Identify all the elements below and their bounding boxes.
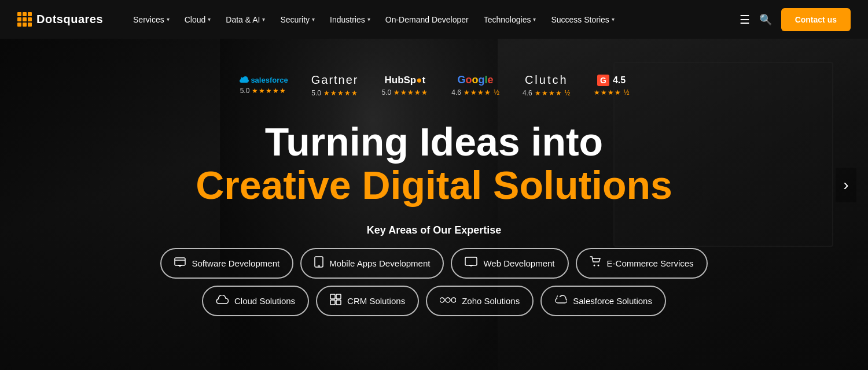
cloud-label: Cloud Solutions xyxy=(234,296,295,306)
crm-icon xyxy=(330,294,341,308)
ratings-row: salesforce 5.0 ★★★★★ Gartner 5.0 ★★★★★ H… xyxy=(238,73,629,97)
logo[interactable]: Dotsquares xyxy=(17,12,103,27)
cloud-icon xyxy=(216,295,229,307)
search-icon[interactable]: 🔍 xyxy=(759,13,772,26)
nav-item-data-ai[interactable]: Data & AI ▾ xyxy=(219,10,272,29)
pill-ecommerce[interactable]: E-Commerce Services xyxy=(576,248,708,279)
navbar: Dotsquares Services ▾ Cloud ▾ Data & AI … xyxy=(0,0,868,39)
zoho-icon xyxy=(440,295,456,307)
nav-item-cloud[interactable]: Cloud ▾ xyxy=(178,10,218,29)
svg-rect-12 xyxy=(336,294,341,299)
software-dev-icon xyxy=(174,256,186,271)
svg-rect-6 xyxy=(465,257,477,265)
nav-item-success-stories[interactable]: Success Stories ▾ xyxy=(544,10,621,29)
hero-section: salesforce 5.0 ★★★★★ Gartner 5.0 ★★★★★ H… xyxy=(0,0,868,370)
web-dev-icon xyxy=(465,257,477,270)
mobile-apps-label: Mobile Apps Development xyxy=(329,258,430,268)
chevron-down-icon: ▾ xyxy=(167,16,170,23)
heading-line2: Creative Digital Solutions xyxy=(196,164,672,207)
ecommerce-label: E-Commerce Services xyxy=(607,258,694,268)
svg-point-9 xyxy=(593,264,595,266)
software-dev-label: Software Development xyxy=(192,258,279,268)
pill-crm[interactable]: CRM Solutions xyxy=(316,286,419,316)
scroll-right-arrow[interactable]: › xyxy=(836,168,856,202)
logo-grid-icon xyxy=(17,12,32,27)
google-rating: Google 4.6 ★★★★½ xyxy=(451,74,499,97)
salesforce-rating: salesforce 5.0 ★★★★★ xyxy=(238,76,288,95)
nav-item-security[interactable]: Security ▾ xyxy=(273,10,322,29)
g2-logo: G xyxy=(597,75,609,86)
web-dev-label: Web Development xyxy=(483,258,554,268)
svg-point-10 xyxy=(597,264,599,266)
zoho-label: Zoho Solutions xyxy=(462,296,520,306)
svg-point-16 xyxy=(446,298,450,302)
chevron-down-icon: ▾ xyxy=(208,16,211,23)
crm-label: CRM Solutions xyxy=(347,296,405,306)
nav-item-ondemand[interactable]: On-Demand Developer xyxy=(378,10,476,29)
logo-text: Dotsquares xyxy=(36,13,103,26)
heading-line1: Turning Ideas into xyxy=(196,120,672,164)
contact-button[interactable]: Contact us xyxy=(781,8,851,31)
gartner-rating: Gartner 5.0 ★★★★★ xyxy=(311,73,359,97)
nav-item-services[interactable]: Services ▾ xyxy=(126,10,176,29)
pills-row-2: Cloud Solutions CRM Solutions Zoho Solut… xyxy=(202,286,666,316)
nav-actions: ☰ 🔍 Contact us xyxy=(740,8,851,31)
g2-rating: G 4.5 ★★★★½ xyxy=(594,75,630,97)
pill-cloud[interactable]: Cloud Solutions xyxy=(202,286,309,316)
salesforce-label: Salesforce Solutions xyxy=(573,296,652,306)
svg-rect-0 xyxy=(175,258,185,265)
pill-zoho[interactable]: Zoho Solutions xyxy=(426,286,534,316)
svg-rect-14 xyxy=(336,300,341,305)
chevron-down-icon: ▾ xyxy=(312,16,315,23)
hamburger-icon[interactable]: ☰ xyxy=(740,13,750,27)
salesforce-cloud-icon xyxy=(238,76,249,84)
chevron-down-icon: ▾ xyxy=(262,16,265,23)
key-areas-label: Key Areas of Our Expertise xyxy=(367,224,501,236)
svg-rect-13 xyxy=(330,300,335,305)
svg-point-17 xyxy=(451,298,456,302)
hubspot-rating: HubSp●t 5.0 ★★★★★ xyxy=(382,75,429,97)
chevron-down-icon: ▾ xyxy=(367,16,370,23)
chevron-down-icon: ▾ xyxy=(533,16,536,23)
svg-rect-11 xyxy=(330,294,335,299)
pill-web-dev[interactable]: Web Development xyxy=(451,248,568,279)
chevron-down-icon: ▾ xyxy=(612,16,615,23)
nav-links: Services ▾ Cloud ▾ Data & AI ▾ Security … xyxy=(126,10,740,29)
pill-software-dev[interactable]: Software Development xyxy=(160,248,293,279)
mobile-apps-icon xyxy=(314,256,323,271)
salesforce-pill-icon xyxy=(554,295,567,307)
hero-heading: Turning Ideas into Creative Digital Solu… xyxy=(196,120,672,207)
ecommerce-icon xyxy=(590,256,601,271)
pills-row-1: Software Development Mobile Apps Develop… xyxy=(160,248,707,279)
pill-mobile-apps[interactable]: Mobile Apps Development xyxy=(300,248,444,279)
nav-item-technologies[interactable]: Technologies ▾ xyxy=(477,10,543,29)
pill-salesforce[interactable]: Salesforce Solutions xyxy=(540,286,666,316)
nav-item-industries[interactable]: Industries ▾ xyxy=(323,10,377,29)
svg-point-15 xyxy=(440,298,444,302)
clutch-rating: Clutch 4.6 ★★★★½ xyxy=(523,73,571,97)
hero-content: salesforce 5.0 ★★★★★ Gartner 5.0 ★★★★★ H… xyxy=(0,39,868,323)
